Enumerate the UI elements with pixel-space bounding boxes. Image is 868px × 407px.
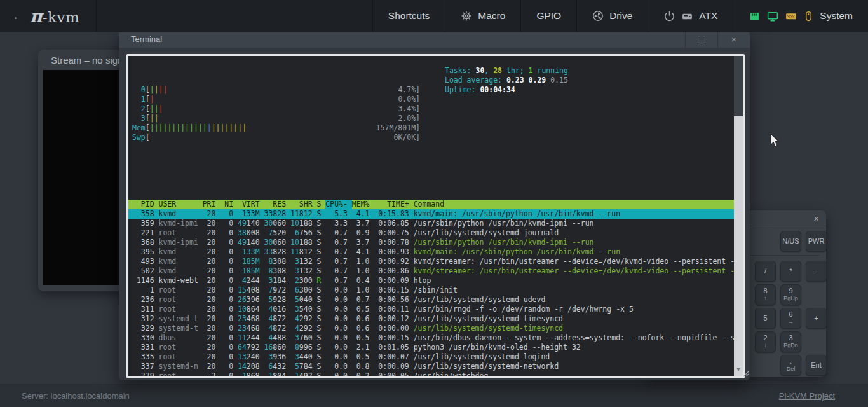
keypad-key-8[interactable]: 8↑ (755, 284, 776, 305)
terminal-scrollbar[interactable]: ▼ (734, 56, 743, 376)
htop-process-row: 395kvmd 20 0 133M3382811812S 0.7 4.1 0:0… (128, 247, 734, 257)
maximize-icon (698, 36, 705, 43)
scroll-down-icon[interactable]: ▼ (734, 367, 743, 373)
htop-spacer (128, 171, 734, 181)
htop-meter: 3[||2.0%] (128, 114, 420, 123)
htop-process-table: PIDUSER PRI NI VIRT RES SHRSCPU%-MEM% TI… (128, 200, 734, 376)
monitor-icon (766, 10, 779, 22)
nav-item-label: System (820, 10, 853, 22)
server-label: Server: localhost.localdomain (22, 391, 130, 401)
terminal-window: Terminal × 0[||||4.7%] 1[|0.0%] 2[|||3.4… (119, 31, 750, 380)
nav-item-label: ATX (699, 10, 717, 22)
keypad-key-nus[interactable]: N/US (780, 231, 801, 252)
htop-table-header: PIDUSER PRI NI VIRT RES SHRSCPU%-MEM% TI… (128, 200, 734, 209)
htop-process-row: 221root 20 038008 7520 6756S 0.7 0.9 0:0… (128, 228, 734, 238)
gear-icon (461, 10, 472, 22)
htop-process-row: 312systemd-t 20 023468 4872 4292S 0.0 0.… (128, 314, 734, 324)
htop-process-row: 329systemd-t 20 023468 4872 4292S 0.0 0.… (128, 324, 734, 333)
htop-process-row: 493kvmd 20 0 185M 8308 3132S 0.7 1.0 0:0… (128, 257, 734, 266)
htop-tasks-summary: Tasks: 30, 28 thr; 1 runningLoad average… (445, 66, 568, 95)
nav-item-drive[interactable]: Drive (576, 0, 648, 32)
power-icon (663, 10, 675, 22)
htop-process-row: 337systemd-n 20 014208 6432 5784S 0.0 0.… (128, 362, 734, 371)
htop-process-row: 502kvmd 20 0 185M 8308 3132S 0.7 1.0 0:0… (128, 266, 734, 276)
htop-process-row: 359kvmd-ipmi 20 0491403006010188S 3.3 3.… (128, 219, 734, 228)
keypad-key-6[interactable]: 6→ (780, 308, 801, 329)
keyboard-icon (785, 10, 797, 22)
keypad-key-[interactable]: / (755, 261, 776, 282)
nav-item-label: Drive (609, 10, 632, 22)
logo-text: π-kvm (30, 6, 79, 26)
close-icon[interactable]: × (813, 214, 819, 223)
keypad-key-2[interactable]: 2↓ (755, 331, 776, 352)
nav-menu: Shortcuts Macro GPIO (372, 0, 868, 32)
disk-icon (681, 10, 693, 22)
htop-process-row: 339root -2 0 1868 1804 1492S 0.0 0.2 0:0… (128, 371, 734, 376)
nav-item-system[interactable]: System (733, 0, 868, 32)
htop-cpu-meters: 0[||||4.7%] 1[|0.0%] 2[|||3.4%] 3[||2.0%… (128, 85, 734, 142)
close-icon: × (731, 34, 737, 44)
htop-meter: 1[|0.0%] (128, 95, 420, 104)
keypad-key-[interactable]: + (806, 308, 827, 329)
nav-item-label: Macro (478, 10, 505, 22)
nav-item-shortcuts[interactable]: Shortcuts (372, 0, 445, 32)
htop-meter: 0[||||4.7%] (128, 85, 420, 95)
htop-process-row: 330dbus 20 011244 4488 3760S 0.0 0.5 0:0… (128, 333, 734, 343)
bottom-status-bar: Server: localhost.localdomain Pi-KVM Pro… (0, 384, 868, 407)
htop-process-row: 335root 20 013240 3936 3440S 0.0 0.5 0:0… (128, 352, 734, 362)
keypad-key-ent[interactable]: Ent (806, 355, 827, 376)
terminal-window-title: Terminal (119, 34, 162, 44)
keypad-key-[interactable]: - (806, 261, 827, 282)
htop-process-row: 368kvmd-ipmi 20 0491403006010188S 0.7 3.… (128, 238, 734, 247)
keypad-key-3[interactable]: 3PgDn (780, 331, 801, 352)
nav-item-macro[interactable]: Macro (445, 0, 520, 32)
htop-output: 0[||||4.7%] 1[|0.0%] 2[|||3.4%] 3[||2.0%… (128, 56, 734, 376)
keypad-key-5[interactable]: 5 (755, 308, 776, 329)
htop-meter: 2[|||3.4%] (128, 104, 420, 114)
htop-process-row: 331root 20 06479216860 8996S 0.0 2.1 0:0… (128, 343, 734, 352)
nav-item-atx[interactable]: ATX (648, 0, 733, 32)
keypad-key-pwr[interactable]: PWR (806, 231, 827, 252)
fan-icon (592, 10, 604, 22)
lan-icon (749, 10, 761, 22)
nav-item-label: Shortcuts (388, 10, 430, 22)
terminal-screen[interactable]: 0[||||4.7%] 1[|0.0%] 2[|||3.4%] 3[||2.0%… (128, 56, 734, 376)
terminal-window-titlebar[interactable]: Terminal × (119, 31, 750, 48)
htop-meter: Swp[0K/0K] (128, 133, 420, 142)
htop-process-row: 1root 20 015408 7972 6300S 0.0 1.0 0:06.… (128, 286, 734, 295)
scrollbar-thumb[interactable] (734, 56, 743, 116)
keypad-key-9[interactable]: 9PgUp (780, 284, 801, 305)
nav-item-gpio[interactable]: GPIO (520, 0, 576, 32)
mouse-cursor (770, 134, 780, 150)
htop-process-row: 236root 20 026396 5928 5040S 0.0 0.7 0:0… (128, 295, 734, 305)
close-button[interactable]: × (717, 31, 750, 48)
htop-meter: Mem[||||||||||||||||||||||157M/801M] (128, 123, 420, 133)
back-arrow-icon[interactable]: ← (13, 11, 22, 22)
nav-item-label: GPIO (536, 10, 561, 22)
top-navbar: ← π-kvm Shortcuts Macro GPIO (0, 0, 868, 32)
keypad-key-[interactable]: * (780, 261, 801, 282)
maximize-button[interactable] (685, 31, 717, 48)
htop-process-row: 358kvmd 20 0 133M3382811812S 5.3 4.1 0:1… (128, 209, 734, 219)
terminal-frame: 0[||||4.7%] 1[|0.0%] 2[|||3.4%] 3[||2.0%… (126, 54, 745, 378)
keypad-key-[interactable]: .Del (780, 355, 801, 376)
resize-grip-icon[interactable] (742, 368, 749, 380)
app-logo[interactable]: ← π-kvm (0, 0, 97, 32)
mouse-icon (803, 10, 814, 22)
htop-process-row: 1146kvmd-webt 20 0 4244 3184 2300R 0.7 0… (128, 276, 734, 286)
htop-process-row: 311root 20 010864 4016 3540S 0.0 0.5 0:0… (128, 305, 734, 314)
pikvm-project-link[interactable]: Pi-KVM Project (779, 391, 835, 401)
